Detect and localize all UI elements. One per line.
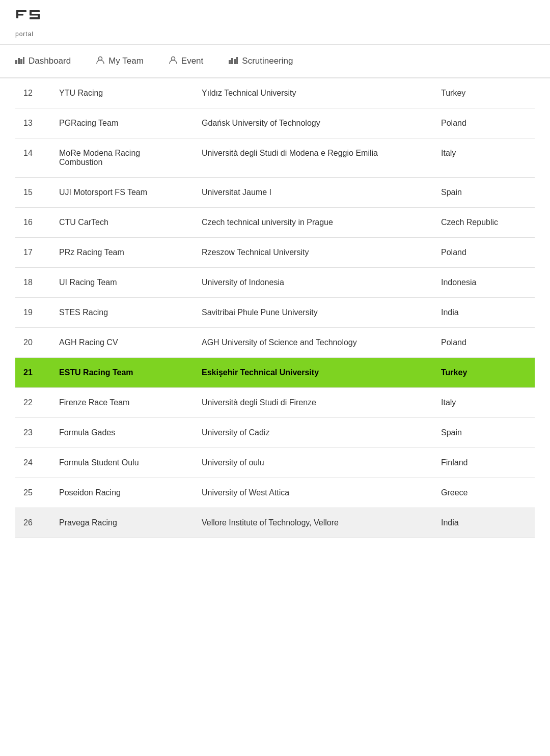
table-container: 12YTU RacingYıldız Technical UniversityT…: [0, 78, 550, 538]
country-cell: Poland: [433, 328, 535, 358]
nav-bar: Dashboard My Team Event Sc: [0, 45, 550, 78]
table-row: 25Poseidon RacingUniversity of West Atti…: [15, 478, 535, 508]
svg-rect-11: [23, 57, 24, 64]
rank-cell: 22: [15, 388, 51, 418]
table-row: 12YTU RacingYıldız Technical UniversityT…: [15, 78, 535, 108]
university-cell: Eskişehir Technical University: [194, 358, 433, 388]
university-cell: Vellore Institute of Technology, Vellore: [194, 508, 433, 538]
svg-rect-15: [231, 58, 233, 64]
logo-svg: [15, 9, 42, 29]
logo-area: portal: [0, 0, 550, 45]
university-cell: Yıldız Technical University: [194, 78, 433, 108]
table-row: 16CTU CarTechCzech technical university …: [15, 208, 535, 238]
table-row: 24Formula Student OuluUniversity of oulu…: [15, 448, 535, 478]
logo-subtitle: portal: [15, 31, 42, 38]
svg-rect-7: [30, 17, 40, 19]
nav-item-scrutineering[interactable]: Scrutineering: [218, 45, 308, 77]
rank-cell: 21: [15, 358, 51, 388]
team-cell: STES Racing: [51, 298, 194, 328]
team-cell: PGRacing Team: [51, 108, 194, 138]
team-cell: Pravega Racing: [51, 508, 194, 538]
country-cell: Italy: [433, 138, 535, 178]
country-cell: Poland: [433, 238, 535, 268]
dashboard-label: Dashboard: [29, 56, 71, 66]
university-cell: Czech technical university in Prague: [194, 208, 433, 238]
team-cell: UJI Motorsport FS Team: [51, 178, 194, 208]
rank-cell: 19: [15, 298, 51, 328]
rank-cell: 20: [15, 328, 51, 358]
university-cell: Universitat Jaume I: [194, 178, 433, 208]
svg-rect-17: [236, 57, 238, 64]
country-cell: Greece: [433, 478, 535, 508]
rank-cell: 15: [15, 178, 51, 208]
table-row: 21ESTU Racing TeamEskişehir Technical Un…: [15, 358, 535, 388]
table-row: 23Formula GadesUniversity of CadizSpain: [15, 418, 535, 448]
svg-rect-9: [18, 58, 20, 64]
scrutineering-icon: [229, 56, 238, 66]
nav-item-dashboard[interactable]: Dashboard: [15, 45, 86, 77]
university-cell: AGH University of Science and Technology: [194, 328, 433, 358]
team-cell: Firenze Race Team: [51, 388, 194, 418]
table-row: 15UJI Motorsport FS TeamUniversitat Jaum…: [15, 178, 535, 208]
country-cell: Spain: [433, 418, 535, 448]
rank-cell: 12: [15, 78, 51, 108]
table-row: 20AGH Racing CVAGH University of Science…: [15, 328, 535, 358]
country-cell: Turkey: [433, 78, 535, 108]
university-cell: University of oulu: [194, 448, 433, 478]
table-row: 14MoRe Modena Racing CombustionUniversit…: [15, 138, 535, 178]
team-cell: UI Racing Team: [51, 268, 194, 298]
university-cell: Gdańsk University of Technology: [194, 108, 433, 138]
university-cell: Università degli Studi di Firenze: [194, 388, 433, 418]
rank-cell: 23: [15, 418, 51, 448]
rankings-table: 12YTU RacingYıldız Technical UniversityT…: [15, 78, 535, 538]
team-cell: ESTU Racing Team: [51, 358, 194, 388]
rank-cell: 13: [15, 108, 51, 138]
scrutineering-label: Scrutineering: [242, 56, 293, 66]
nav-item-my-team[interactable]: My Team: [86, 45, 159, 77]
table-row: 22Firenze Race TeamUniversità degli Stud…: [15, 388, 535, 418]
country-cell: India: [433, 298, 535, 328]
table-row: 18UI Racing TeamUniversity of IndonesiaI…: [15, 268, 535, 298]
university-cell: University of West Attica: [194, 478, 433, 508]
logo-icon: portal: [15, 9, 42, 38]
rank-cell: 18: [15, 268, 51, 298]
rank-cell: 16: [15, 208, 51, 238]
dashboard-icon: [15, 56, 24, 66]
rank-cell: 24: [15, 448, 51, 478]
rank-cell: 14: [15, 138, 51, 178]
university-cell: University of Indonesia: [194, 268, 433, 298]
table-row: 13PGRacing TeamGdańsk University of Tech…: [15, 108, 535, 138]
svg-rect-8: [15, 60, 17, 64]
university-cell: Rzeszow Technical University: [194, 238, 433, 268]
university-cell: Savitribai Phule Pune University: [194, 298, 433, 328]
table-row: 26Pravega RacingVellore Institute of Tec…: [15, 508, 535, 538]
team-cell: MoRe Modena Racing Combustion: [51, 138, 194, 178]
country-cell: Finland: [433, 448, 535, 478]
university-cell: Università degli Studi di Modena e Reggi…: [194, 138, 433, 178]
table-row: 17PRz Racing TeamRzeszow Technical Unive…: [15, 238, 535, 268]
country-cell: Turkey: [433, 358, 535, 388]
team-cell: AGH Racing CV: [51, 328, 194, 358]
event-icon: [169, 56, 177, 66]
university-cell: University of Cadiz: [194, 418, 433, 448]
country-cell: Indonesia: [433, 268, 535, 298]
team-cell: Poseidon Racing: [51, 478, 194, 508]
svg-rect-14: [229, 60, 231, 64]
rank-cell: 25: [15, 478, 51, 508]
team-cell: YTU Racing: [51, 78, 194, 108]
table-row: 19STES RacingSavitribai Phule Pune Unive…: [15, 298, 535, 328]
country-cell: Spain: [433, 178, 535, 208]
nav-item-event[interactable]: Event: [159, 45, 218, 77]
team-cell: Formula Student Oulu: [51, 448, 194, 478]
my-team-icon: [96, 56, 104, 66]
team-cell: CTU CarTech: [51, 208, 194, 238]
svg-rect-10: [20, 59, 22, 64]
svg-rect-2: [16, 14, 23, 16]
event-label: Event: [181, 56, 203, 66]
rank-cell: 17: [15, 238, 51, 268]
svg-rect-16: [234, 59, 236, 64]
team-cell: PRz Racing Team: [51, 238, 194, 268]
country-cell: Czech Republic: [433, 208, 535, 238]
country-cell: Italy: [433, 388, 535, 418]
country-cell: India: [433, 508, 535, 538]
